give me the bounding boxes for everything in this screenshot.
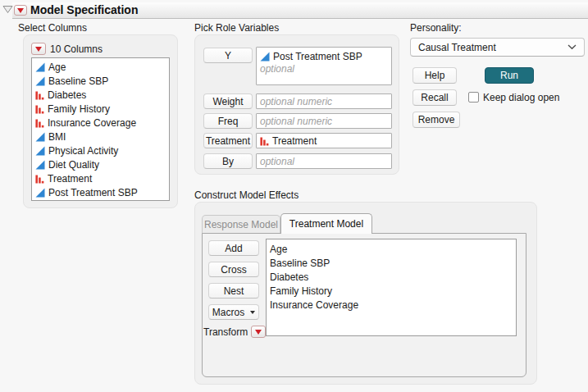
transform-label: Transform [203, 326, 248, 338]
chevron-down-icon [567, 44, 577, 50]
column-name: Diabetes [48, 89, 86, 101]
treatment-model-tab-panel: Add Cross Nest Macros Transform Age Base… [202, 233, 526, 377]
y-role-value: Post Treatment SBP [273, 51, 362, 62]
column-name: BMI [48, 131, 66, 143]
freq-placeholder: optional numeric [260, 116, 332, 127]
macros-button-label: Macros [212, 307, 244, 318]
run-button[interactable]: Run [485, 67, 534, 84]
model-specification-dialog: { "header": { "title": "Model Specificat… [0, 0, 588, 392]
keep-dialog-open-checkbox[interactable] [468, 92, 479, 103]
page-title: Model Specification [30, 3, 138, 16]
pick-role-variables-label: Pick Role Variables [194, 22, 279, 34]
treatment-role-button[interactable]: Treatment [203, 133, 253, 148]
add-button[interactable]: Add [208, 240, 259, 256]
effect-list-item[interactable]: Age [267, 242, 516, 256]
continuous-icon [35, 188, 45, 198]
nominal-icon [260, 136, 269, 146]
construct-model-effects-panel: Response Model Treatment Model Add Cross… [194, 202, 537, 385]
column-name: Treatment [48, 173, 92, 185]
continuous-icon [35, 146, 45, 156]
freq-drop-zone[interactable]: optional numeric [256, 113, 392, 129]
macros-button[interactable]: Macros [208, 304, 259, 320]
weight-placeholder: optional numeric [260, 96, 332, 107]
column-list-item[interactable]: Diet Quality [32, 157, 169, 171]
column-list-item[interactable]: Insurance Coverage [32, 116, 169, 130]
columns-count-label: 10 Columns [50, 43, 103, 55]
column-name: Diet Quality [48, 159, 99, 171]
nominal-icon [35, 174, 44, 184]
pick-role-variables-panel: Y Post Treatment SBP optional Weight opt… [194, 34, 399, 175]
continuous-icon [35, 160, 45, 170]
disclosure-triangle-icon[interactable] [2, 5, 13, 16]
keep-dialog-open-label: Keep dialog open [483, 92, 559, 103]
tab-treatment-model[interactable]: Treatment Model [280, 213, 372, 234]
column-name: Post Treatment SBP [48, 187, 138, 198]
y-role-item[interactable]: Post Treatment SBP [260, 49, 388, 63]
column-list-item[interactable]: Post Treatment SBP [32, 185, 169, 199]
continuous-icon [35, 62, 45, 72]
y-drop-zone[interactable]: Post Treatment SBP optional [256, 47, 392, 85]
select-columns-label: Select Columns [18, 22, 87, 34]
effect-name: Insurance Coverage [270, 299, 358, 311]
column-list-item[interactable]: Diabetes [32, 88, 169, 102]
column-list-item[interactable]: Family History [32, 102, 169, 116]
nominal-icon [35, 90, 44, 100]
effect-name: Age [270, 244, 287, 255]
continuous-icon [260, 52, 270, 62]
effects-listbox: Age Baseline SBP Diabetes Family History… [266, 239, 517, 336]
red-triangle-menu-button[interactable] [14, 5, 27, 16]
effect-list-item[interactable]: Family History [267, 284, 516, 298]
effect-name: Family History [270, 285, 332, 297]
recall-button[interactable]: Recall [413, 89, 457, 106]
y-role-placeholder: optional [260, 63, 388, 76]
remove-button[interactable]: Remove [413, 112, 460, 128]
select-columns-panel: 10 Columns Age Baseline SBP Diabetes Fam… [23, 34, 178, 208]
continuous-icon [35, 76, 45, 86]
weight-role-button[interactable]: Weight [203, 93, 253, 109]
column-name: Insurance Coverage [48, 117, 136, 129]
weight-drop-zone[interactable]: optional numeric [256, 93, 392, 109]
cross-button[interactable]: Cross [208, 262, 259, 277]
column-list-item[interactable]: Baseline SBP [32, 74, 169, 88]
nominal-icon [35, 118, 44, 128]
freq-role-button[interactable]: Freq [203, 113, 253, 129]
personality-dropdown[interactable]: Causal Treatment [410, 38, 585, 57]
column-name: Family History [48, 103, 110, 115]
column-list-item[interactable]: Treatment [32, 171, 169, 185]
by-placeholder: optional [260, 156, 294, 167]
treatment-drop-zone[interactable]: Treatment [256, 133, 392, 148]
transform-menu-button[interactable] [251, 326, 266, 338]
construct-model-effects-label: Construct Model Effects [194, 189, 299, 201]
by-drop-zone[interactable]: optional [256, 153, 392, 169]
effect-name: Diabetes [270, 271, 308, 283]
effect-list-item[interactable]: Baseline SBP [267, 256, 516, 270]
column-name: Age [48, 62, 66, 73]
effect-list-item[interactable]: Insurance Coverage [267, 298, 516, 312]
column-list-item[interactable]: BMI [32, 130, 169, 144]
effect-name: Baseline SBP [270, 258, 330, 269]
nominal-icon [35, 104, 44, 114]
column-list-item[interactable]: Age [32, 60, 169, 74]
effect-list-item[interactable]: Diabetes [267, 270, 516, 284]
column-list-item[interactable]: Physical Activity [32, 144, 169, 157]
personality-value: Causal Treatment [418, 42, 496, 53]
help-button[interactable]: Help [413, 67, 457, 84]
nest-button[interactable]: Nest [208, 283, 259, 299]
column-name: Baseline SBP [48, 75, 108, 87]
continuous-icon [35, 132, 45, 142]
personality-label: Personality: [410, 22, 462, 34]
columns-menu-button[interactable] [31, 43, 46, 55]
columns-listbox: Age Baseline SBP Diabetes Family History… [31, 57, 170, 201]
treatment-role-value: Treatment [272, 135, 317, 147]
caret-down-icon [250, 311, 255, 314]
column-name: Physical Activity [48, 145, 118, 157]
by-role-button[interactable]: By [203, 153, 253, 169]
tab-response-model[interactable]: Response Model [202, 215, 280, 234]
y-role-button[interactable]: Y [203, 48, 253, 63]
